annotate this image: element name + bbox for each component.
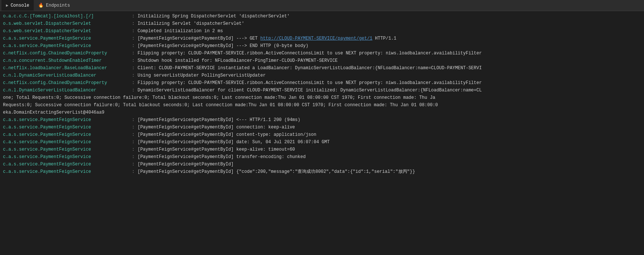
log-message: [PaymentFeignService#getPaymentById] con… (137, 124, 641, 131)
tab-bar: ▶ Console 🔥 Endpoints (0, 0, 644, 11)
log-source: c.netflix.config.ChainedDynamicProperty (3, 50, 129, 57)
log-source: o.s.web.servlet.DispatcherServlet (3, 28, 129, 34)
log-line: c.a.s.service.PaymentFeignService:[Payme… (0, 124, 644, 131)
log-separator: : (132, 87, 135, 94)
log-separator: : (132, 72, 135, 79)
log-separator: : (132, 146, 135, 153)
log-message: Using serverListUpdater PollingServerLis… (137, 72, 641, 79)
log-separator: : (132, 117, 135, 123)
log-separator: : (132, 13, 135, 20)
log-message: Initializing Servlet 'dispatcherServlet' (137, 20, 641, 27)
log-source: o.a.c.c.C.[Tomcat].[localhost].[/] (3, 13, 129, 20)
log-line: c.netflix.config.ChainedDynamicProperty:… (0, 50, 644, 57)
log-source: c.n.l.DynamicServerListLoadBalancer (3, 72, 129, 79)
log-separator: : (132, 154, 135, 160)
log-line: c.netflix.config.ChainedDynamicProperty:… (0, 79, 644, 87)
log-line: c.a.s.service.PaymentFeignService:[Payme… (0, 146, 644, 153)
log-line: o.s.web.servlet.DispatcherServlet:Comple… (0, 27, 644, 35)
log-separator: : (132, 124, 135, 131)
log-message: [PaymentFeignService#getPaymentById] {"c… (137, 168, 641, 175)
log-line: c.n.l.DynamicServerListLoadBalancer:Dyna… (0, 87, 644, 94)
log-line: c.a.s.service.PaymentFeignService:[Payme… (0, 138, 644, 146)
log-line: c.a.s.service.PaymentFeignService:[Payme… (0, 161, 644, 168)
log-message: [PaymentFeignService#getPaymentById] kee… (137, 146, 641, 153)
endpoints-icon: 🔥 (38, 3, 44, 8)
log-line: o.a.c.c.C.[Tomcat].[localhost].[/]:Initi… (0, 13, 644, 20)
log-line: eka.DomainExtractingServerList@4046aa9 (0, 109, 644, 116)
log-line: c.netflix.loadbalancer.BaseLoadBalancer:… (0, 64, 644, 72)
log-source: c.a.s.service.PaymentFeignService (3, 161, 129, 168)
log-source: c.a.s.service.PaymentFeignService (3, 139, 129, 145)
tab-endpoints[interactable]: 🔥 Endpoints (34, 0, 74, 11)
log-message: Completed initialization in 2 ms (137, 28, 641, 34)
log-separator: : (132, 28, 135, 34)
log-message: [PaymentFeignService#getPaymentById] dat… (137, 139, 641, 145)
log-separator: : (132, 168, 135, 175)
log-message: [PaymentFeignService#getPaymentById] ---… (137, 35, 641, 42)
log-message: DynamicServerListLoadBalancer for client… (137, 87, 641, 94)
log-message: [PaymentFeignService#getPaymentById] (137, 161, 641, 168)
log-source: c.a.s.service.PaymentFeignService (3, 168, 129, 175)
log-source: o.s.web.servlet.DispatcherServlet (3, 20, 129, 27)
log-line: c.a.s.service.PaymentFeignService:[Payme… (0, 131, 644, 138)
log-line: c.a.s.service.PaymentFeignService:[Payme… (0, 153, 644, 161)
log-source: c.a.s.service.PaymentFeignService (3, 131, 129, 138)
log-separator: : (132, 50, 135, 57)
log-source: c.a.s.service.PaymentFeignService (3, 117, 129, 123)
log-message: [PaymentFeignService#getPaymentById] ---… (137, 43, 641, 49)
log-message: Client: CLOUD-PAYMENT-SERVICE instantiat… (137, 65, 641, 71)
tab-endpoints-label: Endpoints (46, 3, 70, 8)
log-source: c.a.s.service.PaymentFeignService (3, 124, 129, 131)
log-message: [PaymentFeignService#getPaymentById] con… (137, 131, 641, 138)
log-separator: : (132, 43, 135, 49)
console-output: o.a.c.c.C.[Tomcat].[localhost].[/]:Initi… (0, 11, 644, 255)
log-source: c.netflix.config.ChainedDynamicProperty (3, 80, 129, 86)
log-source: c.a.s.service.PaymentFeignService (3, 43, 129, 49)
tab-console-label: Console (11, 3, 29, 8)
log-message: [PaymentFeignService#getPaymentById] tra… (137, 154, 641, 160)
log-message: Flipping property: CLOUD-PAYMENT-SERVICE… (137, 80, 641, 86)
tab-console[interactable]: ▶ Console (1, 0, 34, 11)
log-message: Shutdown hook installed for: NFLoadBalan… (137, 57, 641, 64)
log-separator: : (132, 131, 135, 138)
log-line: c.a.s.service.PaymentFeignService:[Payme… (0, 116, 644, 124)
log-source: c.a.s.service.PaymentFeignService (3, 35, 129, 42)
log-separator: : (132, 35, 135, 42)
log-source: c.a.s.service.PaymentFeignService (3, 154, 129, 160)
log-message: [PaymentFeignService#getPaymentById] <--… (137, 117, 641, 123)
log-link[interactable]: http://CLOUD-PAYMENT-SERVICE/payment/get… (260, 36, 372, 41)
log-source: c.n.l.DynamicServerListLoadBalancer (3, 87, 129, 94)
log-separator: : (132, 161, 135, 168)
log-source: c.a.s.service.PaymentFeignService (3, 146, 129, 153)
log-line: c.a.s.service.PaymentFeignService:[Payme… (0, 42, 644, 50)
console-icon: ▶ (6, 3, 9, 8)
log-message: Flipping property: CLOUD-PAYMENT-SERVICE… (137, 50, 641, 57)
log-separator: : (132, 65, 135, 71)
log-separator: : (132, 80, 135, 86)
log-line: c.n.u.concurrent.ShutdownEnabledTimer:Sh… (0, 57, 644, 64)
log-separator: : (132, 20, 135, 27)
log-line: c.a.s.service.PaymentFeignService:[Payme… (0, 35, 644, 42)
log-line: o.s.web.servlet.DispatcherServlet:Initia… (0, 20, 644, 27)
log-line: one; Total Requests:0; Successive connec… (0, 94, 644, 101)
log-message: Initializing Spring DispatcherServlet 'd… (137, 13, 641, 20)
log-line: Requests:0; Successive connection failur… (0, 101, 644, 109)
log-line: c.n.l.DynamicServerListLoadBalancer:Usin… (0, 72, 644, 79)
log-line: c.a.s.service.PaymentFeignService:[Payme… (0, 168, 644, 175)
log-source: c.n.u.concurrent.ShutdownEnabledTimer (3, 57, 129, 64)
log-separator: : (132, 139, 135, 145)
log-separator: : (132, 57, 135, 64)
log-source: c.netflix.loadbalancer.BaseLoadBalancer (3, 65, 129, 71)
